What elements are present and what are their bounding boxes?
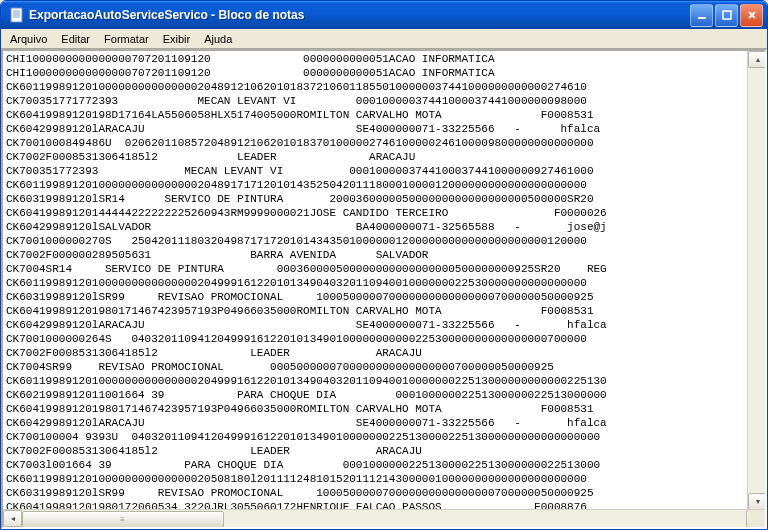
notepad-window: ExportacaoAutoServiceServico - Bloco de … — [0, 0, 768, 530]
app-icon — [9, 7, 25, 23]
titlebar[interactable]: ExportacaoAutoServiceServico - Bloco de … — [1, 1, 767, 29]
vertical-scroll-track[interactable] — [748, 68, 765, 493]
horizontal-scroll-track[interactable]: ≡ — [22, 511, 746, 526]
menubar: Arquivo Editar Formatar Exibir Ajuda — [1, 29, 767, 49]
window-controls — [690, 4, 763, 27]
scrollbar-corner — [748, 510, 765, 527]
close-button[interactable] — [740, 4, 763, 27]
horizontal-scrollbar[interactable]: ◂ ≡ ▸ — [3, 509, 765, 527]
window-title: ExportacaoAutoServiceServico - Bloco de … — [29, 8, 690, 22]
menu-arquivo[interactable]: Arquivo — [3, 32, 54, 46]
scroll-left-button[interactable]: ◂ — [3, 510, 22, 527]
scroll-up-button[interactable]: ▴ — [748, 51, 767, 68]
text-content[interactable]: CHI1000000000000000707201109120 00000000… — [3, 51, 765, 509]
horizontal-scroll-thumb[interactable]: ≡ — [22, 511, 224, 528]
svg-rect-6 — [723, 11, 731, 19]
menu-exibir[interactable]: Exibir — [156, 32, 198, 46]
thumb-grip-icon: ≡ — [120, 515, 126, 524]
menu-ajuda[interactable]: Ajuda — [197, 32, 239, 46]
minimize-button[interactable] — [690, 4, 713, 27]
scroll-down-button[interactable]: ▾ — [748, 493, 767, 510]
menu-formatar[interactable]: Formatar — [97, 32, 156, 46]
vertical-scrollbar[interactable]: ▴ ▾ — [747, 51, 765, 510]
client-area: CHI1000000000000000707201109120 00000000… — [1, 49, 767, 529]
menu-editar[interactable]: Editar — [54, 32, 97, 46]
maximize-button[interactable] — [715, 4, 738, 27]
svg-rect-5 — [698, 17, 706, 19]
